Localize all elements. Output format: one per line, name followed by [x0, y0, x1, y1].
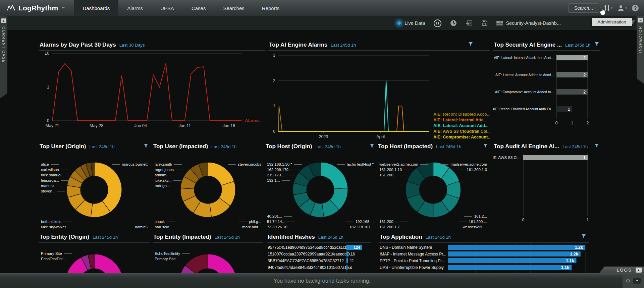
panel-subtitle: Last 245d 1h — [318, 235, 343, 240]
live-data-dot-icon — [397, 21, 401, 25]
filter-funnel-icon — [370, 143, 374, 148]
chart-top-user-impacted[interactable]: larry.smithroger.jonesadmin5luke.sky...r… — [153, 152, 263, 230]
filter-funnel-icon — [144, 143, 148, 148]
svg-text:1: 1 — [568, 107, 570, 112]
panel-subtitle: Last 245d 1h — [211, 144, 236, 149]
user-profile-menu[interactable]: ▾ — [618, 5, 627, 11]
tab-searches[interactable]: Searches — [214, 0, 253, 16]
panel-top-ai-engine-alarms: Top AI Engine Alarms Last 245d 1h 321020… — [268, 41, 490, 141]
svg-text:May 21: May 21 — [46, 123, 59, 128]
tab-alarms[interactable]: Alarms — [118, 0, 152, 16]
svg-text:2: 2 — [583, 73, 586, 77]
logrhythm-logo-icon — [7, 4, 15, 12]
svg-text:AIE: Recon: Disabled Acco...: AIE: Recon: Disabled Acco... — [433, 112, 490, 117]
panel-top-host-origin: Top Host (Origin) Last 245d 1h 192.168.1… — [265, 142, 376, 230]
panel-title: Top Audit AI Engine Al... — [494, 143, 559, 150]
panel-subtitle: Last 245d 1h — [436, 144, 461, 149]
svg-text:AIE: AWS S3 Cl...: AIE: AWS S3 Cl... — [493, 156, 521, 160]
panel-filter-button[interactable] — [483, 143, 488, 150]
current-case-tab[interactable]: ▶ CURRENT CASE — [0, 16, 7, 99]
panel-title: Top Entity (Origin) — [40, 234, 89, 240]
panel-title: Top Host (Origin) — [266, 143, 312, 150]
chart-top-host-origin[interactable]: 192.168.1.30 *162.209.179...215.173....1… — [265, 152, 376, 230]
chart-top-ai-engine-alarms[interactable]: 32102023AprilAIE: Recon: Disabled Acco..… — [268, 51, 490, 141]
svg-text:0: 0 — [47, 118, 49, 123]
nav-right-cluster: Search... ▾ ▾ ? — [568, 0, 644, 16]
panel-top-host-impacted: Top Host (Impacted) Last 245d 1h webserv… — [377, 142, 489, 230]
chart-top-entity-impacted[interactable]: EchoTestEntityPrimary Site — [153, 243, 263, 274]
logs-expand-button[interactable]: ▲ — [636, 268, 642, 273]
panel-identified-hashes: Identified Hashes Last 245d 1h 95775c451… — [267, 233, 371, 274]
svg-text:AIE: Lateral: Account Add...: AIE: Lateral: Account Add... — [433, 123, 488, 128]
panel-title: Top Host (Impacted) — [378, 143, 433, 150]
tab-ueba[interactable]: UEBA — [152, 0, 183, 16]
svg-text:1.2k: 1.2k — [575, 245, 583, 250]
svg-text:3BB7044EAC724F7AC698504788C327: 3BB7044EAC724F7AC698504788C32712 — [268, 258, 344, 263]
dashboard-name: Security-Analyst-Dashb... — [506, 20, 561, 26]
svg-text:1510070ccdaa2397692999aaaa921f: 1510070ccdaa2397692999aaaa921feaeedcf0..… — [268, 252, 353, 256]
panel-top-application: Top Application Last 245d 1h DNS - Domai… — [379, 233, 589, 274]
svg-text:2: 2 — [587, 121, 589, 125]
panel-subtitle: Last 245d 1h — [93, 235, 118, 240]
statusbar-right-controls: ⚙ ▼ — [623, 274, 644, 288]
status-bar: You have no background tasks running. ⚙ … — [0, 273, 644, 288]
svg-text:IMAP - Internet Message Access: IMAP - Internet Message Access Pr... — [380, 252, 446, 256]
top-navbar: LogRhythm™ Dashboards Alarms UEBA Cases … — [0, 0, 644, 16]
logs-tab[interactable]: LOGS ▲ — [599, 267, 644, 273]
search-button[interactable]: Search... — [568, 3, 599, 13]
panel-alarms-by-day: Alarms by Day Past 30 Days Last 30 Days … — [39, 41, 266, 131]
panel-subtitle: Last 245d 1h — [565, 43, 590, 48]
svg-text:1: 1 — [273, 104, 275, 108]
save-icon[interactable] — [481, 20, 488, 26]
chart-top-user-origin[interactable]: alicecarl.wilsonnick.samuel...leia.orga.… — [39, 152, 150, 230]
pause-button[interactable] — [434, 19, 441, 27]
panel-filter-button[interactable] — [144, 143, 148, 150]
panel-filter-button[interactable] — [594, 42, 599, 48]
svg-text:1.1k: 1.1k — [566, 258, 574, 263]
panel-filter-button[interactable] — [581, 234, 586, 240]
svg-text:1: 1 — [571, 121, 573, 125]
tab-reports[interactable]: Reports — [253, 0, 288, 16]
chart-top-entity-origin[interactable]: Primary SiteEchoTestEnt... — [39, 243, 150, 274]
dashboard-grid-icon — [496, 21, 503, 25]
chart-top-security-ai-engine[interactable]: 012AIE: Lateral: Internal Attack then Ac… — [493, 51, 600, 138]
chart-top-host-impacted[interactable]: webserver2.acme.com161.200.1.10161.200..… — [377, 152, 489, 230]
live-data-indicator[interactable]: Live Data — [397, 20, 425, 26]
dashboard-selector[interactable]: Security-Analyst-Dashb... — [496, 20, 561, 26]
panel-subtitle: Last 245d 1h — [331, 43, 356, 48]
help-icon[interactable]: ? — [632, 5, 639, 11]
svg-text:3: 3 — [273, 53, 275, 58]
chart-identified-hashes[interactable]: 95775c451ed9604d9753465d8cc4d52ca1cb58..… — [267, 243, 371, 274]
expand-current-case-button[interactable]: ▶ — [1, 18, 6, 23]
svg-text:AIE: Compromise: Account Added: AIE: Compromise: Account Added to... — [495, 90, 554, 94]
time-range-clock-icon[interactable] — [450, 20, 457, 26]
svg-text:UPS - Uninterruptible Power Su: UPS - Uninterruptible Power Supply — [380, 265, 444, 270]
svg-text:Jun 18: Jun 18 — [223, 123, 235, 128]
add-widget-icon[interactable] — [466, 20, 473, 26]
collapse-logs-button[interactable]: ▼ — [633, 278, 641, 284]
panel-title: Top Application — [380, 234, 422, 240]
expand-inspector-button[interactable]: ◀ — [638, 18, 643, 22]
chart-alarms-by-day[interactable]: 1010May 21May 28Jun 04Jun 11Jun 18Alarms — [39, 51, 266, 131]
svg-text:AIE: Lateral: Internal Atta...: AIE: Lateral: Internal Atta... — [433, 118, 487, 122]
gear-icon[interactable]: ⚙ — [626, 278, 630, 284]
svg-text:AIE: AWS S3 Cloudtrail Col...: AIE: AWS S3 Cloudtrail Col... — [433, 129, 490, 134]
svg-text:1.2k: 1.2k — [570, 252, 578, 256]
filter-funnel-icon — [594, 42, 599, 47]
tab-cases[interactable]: Cases — [183, 0, 215, 16]
svg-text:10: 10 — [45, 51, 49, 56]
panel-subtitle: Last 30 Days — [119, 43, 145, 48]
panel-title: Top Security AI Engine ... — [494, 42, 562, 48]
chart-top-audit-ai-engine[interactable]: 01AIE: AWS S3 Cl...1 — [493, 152, 600, 230]
inspector-tab[interactable]: ◀ INSPECTOR — [637, 16, 644, 84]
chart-top-application[interactable]: DNS - Domain Name System1.2kIMAP - Inter… — [379, 243, 589, 274]
logs-label: LOGS — [616, 268, 632, 273]
nav-tabs: Dashboards Alarms UEBA Cases Searches Re… — [74, 0, 288, 16]
svg-text:2: 2 — [583, 90, 586, 95]
panel-filter-button[interactable] — [370, 143, 374, 150]
panel-filter-button[interactable] — [594, 143, 599, 150]
tab-dashboards[interactable]: Dashboards — [74, 0, 118, 16]
panel-top-entity-impacted: Top Entity (Impacted) Last 245d 1h EchoT… — [153, 233, 263, 274]
panel-filter-button[interactable] — [468, 42, 473, 48]
panel-subtitle: Last 245d 1h — [215, 235, 240, 240]
